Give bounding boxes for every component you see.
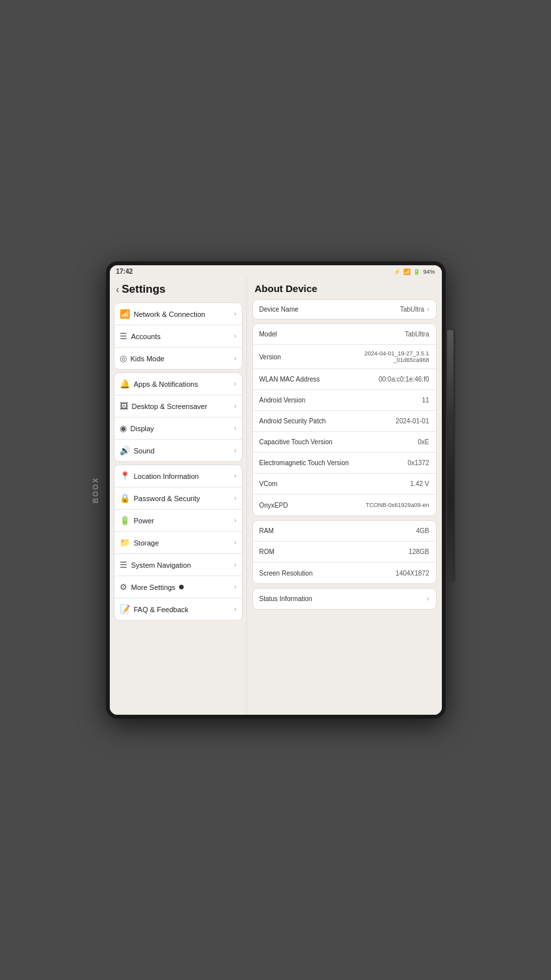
sidebar-item-storage[interactable]: 📁 Storage › [114, 532, 242, 554]
chevron-kids-mode: › [234, 355, 236, 362]
sidebar-item-password-security[interactable]: 🔒 Password & Security › [114, 487, 242, 510]
sound-icon: 🔊 [120, 446, 130, 455]
faq-feedback-icon: 📝 [120, 604, 130, 614]
sidebar-item-faq-feedback[interactable]: 📝 FAQ & Feedback › [114, 598, 242, 620]
info-row-onyx-epd: OnyxEPD TCONB-0x61929a09-en [253, 495, 436, 515]
chevron-system-nav: › [234, 561, 236, 568]
capacitive-touch-label: Capacitive Touch Version [259, 438, 333, 446]
android-version-label: Android Version [259, 397, 306, 404]
nav-label-location: Location Information [134, 472, 199, 480]
info-row-model: Model TabUltra [253, 324, 436, 345]
nav-label-apps-notifications: Apps & Notifications [134, 380, 198, 388]
battery-percent: 94% [423, 269, 435, 275]
info-row-rom: ROM 128GB [253, 542, 436, 563]
back-arrow[interactable]: ‹ [116, 284, 120, 295]
nav-group-3: 📍 Location Information › 🔒 Password & Se… [114, 465, 242, 621]
version-value: 2024-04-01_19-27_3.5.1_01d65ca968 [281, 350, 429, 363]
nav-list: 📶 Network & Connection › ☰ Accounts › [110, 300, 246, 715]
sidebar-item-accounts[interactable]: ☰ Accounts › [114, 325, 242, 348]
device-name-row[interactable]: Device Name TabUltra › [253, 300, 436, 319]
device-name-group: Device Name TabUltra › [252, 299, 437, 319]
chevron-sound: › [234, 447, 236, 454]
left-panel: ‹ Settings 📶 Network & Connection › [110, 278, 247, 715]
nav-label-kids-mode: Kids Mode [131, 355, 165, 363]
sidebar-item-kids-mode[interactable]: ◎ Kids Mode › [114, 348, 242, 369]
status-icons: ⚡ 📶 🔋 94% [393, 269, 435, 275]
main-content: ‹ Settings 📶 Network & Connection › [110, 278, 442, 715]
info-row-ram: RAM 4GB [253, 521, 436, 542]
location-icon: 📍 [120, 471, 130, 481]
sidebar-item-desktop-screensaver[interactable]: 🖼 Desktop & Screensaver › [114, 395, 242, 417]
ram-label: RAM [259, 527, 274, 534]
device-frame: BOOX 17:42 ⚡ 📶 🔋 94% ‹ Settings [106, 261, 446, 719]
status-time: 17:42 [116, 268, 133, 275]
sidebar-item-system-navigation[interactable]: ☰ System Navigation › [114, 554, 242, 576]
power-icon: 🔋 [120, 515, 130, 525]
nav-label-display: Display [131, 425, 154, 433]
settings-header: ‹ Settings [110, 278, 246, 300]
chevron-power: › [234, 517, 236, 524]
desktop-screensaver-icon: 🖼 [120, 401, 128, 411]
sidebar-item-power[interactable]: 🔋 Power › [114, 510, 242, 532]
nav-label-more-settings: More Settings [131, 583, 176, 591]
nav-group-2: 🔔 Apps & Notifications › 🖼 Desktop & Scr… [114, 372, 242, 462]
status-information-chevron: › [427, 595, 429, 602]
vcom-label: VCom [259, 480, 278, 487]
device-info-group: Model TabUltra Version 2024-04-01_19-27_… [252, 323, 437, 516]
status-bar: 17:42 ⚡ 📶 🔋 94% [110, 265, 442, 278]
sidebar-item-apps-notifications[interactable]: 🔔 Apps & Notifications › [114, 373, 242, 395]
chevron-password: › [234, 495, 236, 502]
nav-label-system-navigation: System Navigation [131, 561, 192, 569]
chevron-more-settings: › [234, 583, 236, 591]
onyx-epd-value: TCONB-0x61929a09-en [288, 502, 429, 508]
chevron-desktop: › [234, 402, 236, 410]
nav-label-power: Power [134, 517, 154, 525]
sidebar-item-sound[interactable]: 🔊 Sound › [114, 440, 242, 461]
chevron-storage: › [234, 539, 236, 546]
bluetooth-icon: ⚡ [393, 269, 401, 275]
nav-group-1: 📶 Network & Connection › ☰ Accounts › [114, 302, 242, 370]
storage-icon: 📁 [120, 538, 130, 547]
kids-mode-icon: ◎ [120, 353, 127, 363]
status-info-group: Status Information › [252, 588, 437, 610]
rom-value: 128GB [275, 548, 429, 555]
capacitive-touch-value: 0xE [333, 438, 429, 446]
nav-label-storage: Storage [134, 539, 159, 547]
nav-label-sound: Sound [134, 447, 155, 455]
chevron-faq: › [234, 606, 236, 613]
stylus [447, 330, 454, 581]
device-name-chevron: › [427, 306, 429, 313]
screen-resolution-value: 1404X1872 [312, 570, 429, 577]
em-touch-label: Electromagnetic Touch Version [259, 459, 349, 466]
nav-label-network: Network & Connection [134, 310, 205, 318]
info-row-security-patch: Android Security Patch 2024-01-01 [253, 411, 436, 432]
sidebar-item-more-settings[interactable]: ⚙ More Settings › [114, 576, 242, 598]
sidebar-item-network[interactable]: 📶 Network & Connection › [114, 303, 242, 325]
model-label: Model [259, 331, 277, 338]
chevron-accounts: › [234, 333, 236, 340]
info-row-android-version: Android Version 11 [253, 390, 436, 411]
hardware-info-group: RAM 4GB ROM 128GB Screen Resolution 1404… [252, 520, 437, 584]
sidebar-item-location[interactable]: 📍 Location Information › [114, 465, 242, 487]
more-settings-icon: ⚙ [120, 582, 127, 592]
em-touch-value: 0x1372 [349, 459, 429, 466]
onyx-epd-label: OnyxEPD [259, 502, 288, 509]
info-row-version: Version 2024-04-01_19-27_3.5.1_01d65ca96… [253, 345, 436, 369]
screen: 17:42 ⚡ 📶 🔋 94% ‹ Settings [110, 265, 442, 715]
status-information-row[interactable]: Status Information › [253, 589, 436, 609]
info-row-capacitive-touch: Capacitive Touch Version 0xE [253, 432, 436, 453]
battery-icon: 🔋 [413, 269, 420, 275]
security-patch-label: Android Security Patch [259, 417, 326, 425]
nav-label-desktop-screensaver: Desktop & Screensaver [132, 402, 208, 410]
device-name-value: TabUltra [395, 306, 424, 313]
screen-resolution-label: Screen Resolution [259, 570, 313, 577]
sidebar-item-display[interactable]: ◉ Display › [114, 417, 242, 440]
chevron-display: › [234, 425, 236, 432]
nav-label-accounts: Accounts [131, 333, 161, 340]
model-value: TabUltra [277, 331, 429, 338]
display-icon: ◉ [120, 423, 127, 433]
notification-dot [179, 585, 184, 589]
nav-label-password-security: Password & Security [134, 495, 200, 502]
wlan-mac-label: WLAN MAC Address [259, 376, 320, 383]
accounts-icon: ☰ [120, 331, 127, 341]
